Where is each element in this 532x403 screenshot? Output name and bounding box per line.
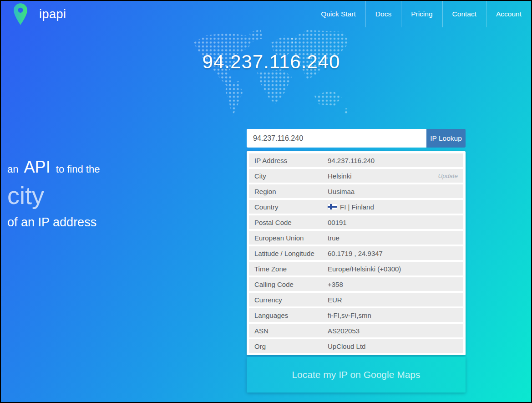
row-value-wrap: Uusimaa [328, 188, 355, 195]
row-value-wrap: UpCloud Ltd [328, 342, 365, 350]
row-value: 00191 [328, 219, 347, 226]
row-action-link[interactable]: Update [438, 173, 458, 179]
table-row: Region Uusimaa [249, 184, 463, 198]
table-row: Calling Code +358 [249, 277, 463, 291]
row-value: Europe/Helsinki (+0300) [328, 265, 401, 273]
row-value: AS202053 [328, 327, 360, 335]
ip-lookup-button[interactable]: IP Lookup [426, 129, 466, 148]
row-label: Region [254, 188, 328, 195]
table-row: Languages fi-FI,sv-FI,smn [249, 308, 463, 322]
row-value-wrap: +358 [328, 281, 343, 288]
nav-contact[interactable]: Contact [442, 1, 486, 27]
nav-account[interactable]: Account [486, 1, 531, 27]
table-row: City Helsinki Update [249, 169, 463, 183]
tagline-highlight: city [7, 183, 100, 208]
row-value: UpCloud Ltd [328, 342, 365, 350]
row-value: 60.1719 , 24.9347 [328, 250, 383, 257]
table-row: IP Address 94.237.116.240 [249, 153, 463, 167]
row-value-wrap: Helsinki [328, 172, 352, 180]
lookup-form: IP Lookup [247, 129, 466, 148]
world-map-dots [193, 29, 349, 117]
row-value-wrap: 00191 [328, 219, 347, 226]
row-value: true [328, 234, 339, 242]
row-value: 94.237.116.240 [328, 157, 375, 164]
row-value-wrap: Europe/Helsinki (+0300) [328, 265, 401, 273]
row-label: Country [254, 203, 328, 211]
row-label: ASN [254, 327, 328, 335]
row-value: EUR [328, 296, 342, 304]
row-value: fi-FI,sv-FI,smn [328, 311, 371, 319]
logo-text: ipapi [39, 7, 66, 21]
row-label: Languages [254, 311, 328, 319]
row-value: Helsinki [328, 172, 352, 180]
table-row: Country FI | Finland [249, 200, 463, 214]
row-label: Latitude / Longitude [254, 250, 328, 257]
row-label: City [254, 172, 328, 180]
row-label: Org [254, 342, 328, 350]
row-label: Time Zone [254, 265, 328, 273]
tagline-api: API [24, 158, 51, 176]
row-value-wrap: FI | Finland [328, 203, 374, 211]
table-row: European Union true [249, 231, 463, 245]
row-value-wrap: 94.237.116.240 [328, 157, 375, 164]
row-value: FI | Finland [340, 203, 374, 211]
logo[interactable]: ipapi [1, 3, 66, 25]
detected-ip-heading: 94.237.116.240 [193, 51, 349, 73]
nav-docs[interactable]: Docs [365, 1, 401, 27]
map-pin-icon [14, 3, 27, 25]
ip-search-input[interactable] [247, 129, 426, 148]
row-value: Uusimaa [328, 188, 355, 195]
table-row: Org UpCloud Ltd [249, 339, 463, 353]
table-row: Latitude / Longitude 60.1719 , 24.9347 [249, 246, 463, 260]
table-row: Postal Code 00191 [249, 215, 463, 229]
row-value-wrap: fi-FI,sv-FI,smn [328, 311, 371, 319]
table-row: Time Zone Europe/Helsinki (+0300) [249, 262, 463, 275]
lookup-panel: IP Lookup IP Address 94.237.116.240 City… [247, 129, 466, 393]
nav-pricing[interactable]: Pricing [401, 1, 442, 27]
row-label: Currency [254, 296, 328, 304]
row-value: +358 [328, 281, 343, 288]
locate-on-google-maps-button[interactable]: Locate my IP on Google Maps [247, 357, 466, 393]
row-label: European Union [254, 234, 328, 242]
row-label: Calling Code [254, 281, 328, 288]
tagline-line1: an API to find the [7, 160, 100, 176]
row-value-wrap: 60.1719 , 24.9347 [328, 250, 383, 257]
row-value-wrap: AS202053 [328, 327, 360, 335]
row-label: Postal Code [254, 219, 328, 226]
row-value-wrap: true [328, 234, 339, 242]
tagline-prefix: an [7, 163, 18, 175]
tagline-suffix: to find the [56, 163, 100, 175]
ipapi-homepage: ipapi Quick Start Docs Pricing Contact A… [0, 0, 532, 403]
top-navbar: ipapi Quick Start Docs Pricing Contact A… [1, 1, 531, 27]
nav-quick-start[interactable]: Quick Start [311, 1, 365, 27]
row-value-wrap: EUR [328, 296, 342, 304]
tagline: an API to find the city of an IP address [7, 160, 100, 230]
result-rows: IP Address 94.237.116.240 City Helsinki … [249, 153, 463, 353]
row-label: IP Address [254, 157, 328, 164]
main-nav: Quick Start Docs Pricing Contact Account [311, 1, 531, 27]
table-row: Currency EUR [249, 293, 463, 306]
result-card: IP Address 94.237.116.240 City Helsinki … [247, 151, 466, 355]
finland-flag-icon [328, 204, 337, 209]
table-row: ASN AS202053 [249, 324, 463, 337]
tagline-line3: of an IP address [7, 214, 100, 230]
